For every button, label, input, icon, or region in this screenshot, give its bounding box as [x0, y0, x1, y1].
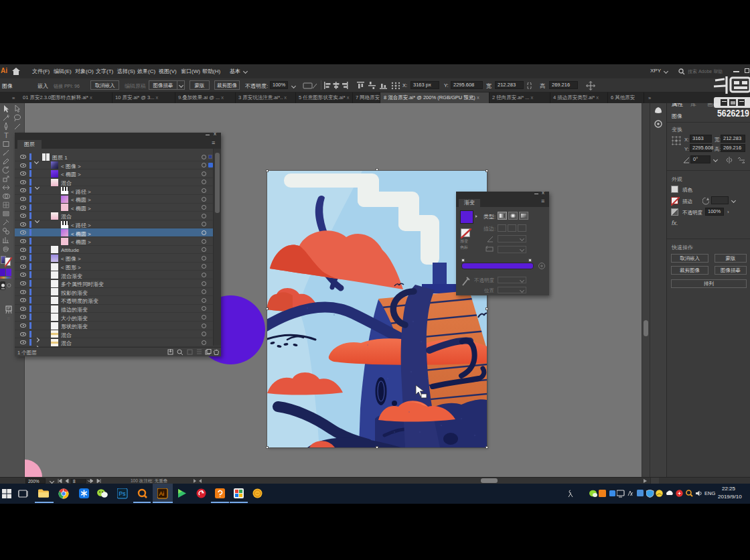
svg-text:8: 8: [73, 479, 76, 484]
svg-text:T: T: [4, 131, 9, 139]
svg-text:Ai: Ai: [159, 490, 165, 497]
svg-text:Ps: Ps: [119, 490, 126, 497]
